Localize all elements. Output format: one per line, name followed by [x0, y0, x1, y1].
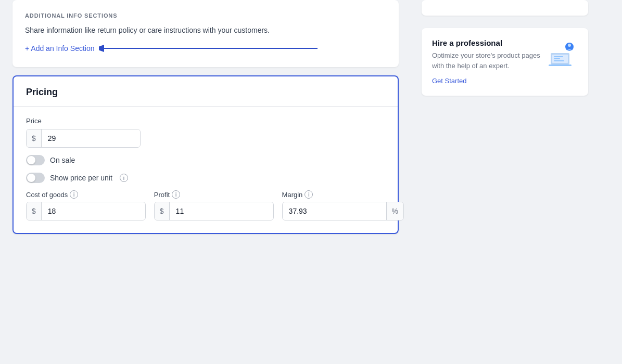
price-input[interactable] — [42, 129, 141, 147]
profit-label: Profit i — [154, 190, 274, 199]
hire-pro-title: Hire a professional — [432, 38, 540, 47]
pricing-body: Price $ On sale Show price per unit i — [14, 107, 398, 233]
on-sale-row: On sale — [26, 155, 385, 165]
cost-of-goods-col: Cost of goods i $ — [26, 190, 146, 220]
profit-info-icon[interactable]: i — [172, 190, 180, 199]
profit-input[interactable] — [170, 202, 273, 220]
margin-suffix: % — [386, 202, 403, 220]
hire-pro-content: Hire a professional Optimize your store'… — [432, 38, 578, 85]
cost-of-goods-input-group: $ — [26, 202, 146, 220]
svg-point-9 — [568, 44, 571, 47]
hire-pro-text: Hire a professional Optimize your store'… — [432, 38, 540, 85]
profit-col: Profit i $ — [154, 190, 274, 220]
add-info-section-link[interactable]: + Add an Info Section — [25, 44, 95, 53]
pricing-header: Pricing — [14, 76, 398, 107]
cost-profit-margin-row: Cost of goods i $ Profit i $ — [26, 190, 385, 220]
on-sale-label: On sale — [50, 156, 75, 164]
side-top-placeholder — [422, 0, 588, 16]
svg-rect-4 — [554, 56, 563, 57]
price-label: Price — [26, 117, 385, 125]
show-price-per-unit-label: Show price per unit — [50, 174, 112, 182]
profit-input-group: $ — [154, 202, 274, 220]
on-sale-toggle[interactable] — [26, 155, 45, 165]
cost-prefix: $ — [27, 202, 42, 220]
pricing-title: Pricing — [26, 87, 385, 98]
svg-rect-7 — [549, 64, 572, 66]
hire-pro-illustration — [547, 38, 578, 70]
hire-pro-illustration-svg — [547, 38, 578, 70]
margin-label: Margin i — [282, 190, 404, 199]
show-price-per-unit-row: Show price per unit i — [26, 173, 385, 183]
price-prefix: $ — [27, 129, 42, 147]
margin-input[interactable] — [283, 202, 386, 220]
arrow-annotation-icon — [99, 42, 323, 55]
show-price-per-unit-info-icon[interactable]: i — [120, 174, 128, 182]
cost-of-goods-info-icon[interactable]: i — [70, 190, 78, 199]
get-started-link[interactable]: Get Started — [432, 77, 466, 85]
cost-of-goods-label: Cost of goods i — [26, 190, 146, 199]
add-info-row: + Add an Info Section — [25, 42, 386, 55]
show-price-per-unit-toggle[interactable] — [26, 173, 45, 183]
additional-info-card: ADDITIONAL INFO SECTIONS Share informati… — [12, 0, 399, 67]
hire-professional-card: Hire a professional Optimize your store'… — [422, 28, 588, 96]
margin-input-group: % — [282, 202, 404, 220]
cost-of-goods-input[interactable] — [42, 202, 145, 220]
additional-info-section-title: ADDITIONAL INFO SECTIONS — [25, 12, 386, 19]
profit-prefix: $ — [155, 202, 170, 220]
hire-pro-desc: Optimize your store's product pages with… — [432, 50, 540, 71]
additional-info-description: Share information like return policy or … — [25, 25, 386, 36]
svg-rect-5 — [554, 58, 560, 59]
svg-rect-6 — [554, 60, 564, 61]
margin-col: Margin i % — [282, 190, 404, 220]
margin-info-icon[interactable]: i — [304, 190, 313, 199]
pricing-card: Pricing Price $ On sale Show price per u… — [12, 75, 399, 234]
price-input-group: $ — [26, 129, 141, 148]
